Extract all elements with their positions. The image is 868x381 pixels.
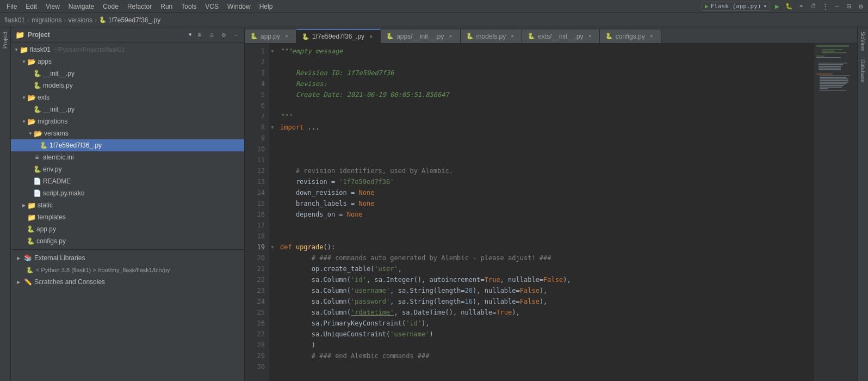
tab-exts-init[interactable]: 🐍 exts/__init__.py × <box>522 29 599 43</box>
line-num-14: 14 <box>245 187 269 198</box>
tab-close-models[interactable]: × <box>509 33 516 40</box>
menu-window[interactable]: Window <box>223 2 255 11</box>
fold-gutter: ▼ ▼ ▼ <box>269 44 276 381</box>
tab-close-migration[interactable]: × <box>367 33 375 40</box>
fold-spacer-18 <box>269 231 276 242</box>
tab-close-apps-init[interactable]: × <box>447 33 455 40</box>
menu-code[interactable]: Code <box>98 2 123 11</box>
tree-item-versions[interactable]: ▼ 📂 versions <box>11 127 244 139</box>
line-num-19: 19 <box>245 242 269 253</box>
fold-spacer-5 <box>269 89 276 100</box>
fold-spacer-17 <box>269 220 276 231</box>
menu-view[interactable]: View <box>41 2 64 11</box>
tree-item-alembic-ini[interactable]: ≡ alembic.ini <box>11 151 244 163</box>
tree-item-templates[interactable]: 📁 templates <box>11 211 244 223</box>
tree-item-exts-init[interactable]: 🐍 __init__.py <box>11 103 244 115</box>
top-right-toolbar: ▶ Flask (app.py) ▾ ▶ 🐛 ☂ ⏱ ⋮ — ⊡ ⚙ <box>702 2 866 11</box>
menu-refactor[interactable]: Refactor <box>123 2 156 11</box>
ini-icon: ≡ <box>33 153 41 162</box>
tree-label-exts: exts <box>38 94 49 101</box>
fold-marker-8[interactable]: ▼ <box>269 122 276 133</box>
menu-vcs[interactable]: VCS <box>201 2 223 11</box>
tree-item-env[interactable]: 🐍 env.py <box>11 163 244 175</box>
fold-marker-19[interactable]: ▼ <box>269 242 276 253</box>
tree-item-configs-py[interactable]: 🐍 configs.py <box>11 235 244 247</box>
hide-panel-icon[interactable]: — <box>231 30 240 39</box>
folder-icon-templates: 📁 <box>27 213 36 222</box>
line-num-6: 6 <box>245 100 269 111</box>
breadcrumb-sep2: › <box>64 16 66 24</box>
tab-configs[interactable]: 🐍 configs.py × <box>600 29 661 43</box>
tree-label-versions: versions <box>44 130 69 137</box>
breadcrumb-flask01[interactable]: flask01 <box>4 16 25 24</box>
restore-button[interactable]: ⊡ <box>844 2 854 11</box>
tree-item-exts[interactable]: ▼ 📂 exts <box>11 91 244 103</box>
fold-marker-1[interactable]: ▼ <box>269 46 276 57</box>
breadcrumb-migrations[interactable]: migrations <box>32 16 61 24</box>
settings-gear-icon[interactable]: ⚙ <box>219 30 228 39</box>
tree-label-templates: templates <box>38 213 66 221</box>
menu-help[interactable]: Help <box>255 2 277 11</box>
tab-close-exts-init[interactable]: × <box>586 33 594 40</box>
tree-label-env: env.py <box>43 165 61 173</box>
tab-models[interactable]: 🐍 models.py × <box>461 29 523 43</box>
tab-close-configs[interactable]: × <box>648 33 655 40</box>
separator <box>11 249 244 250</box>
tree-item-scratches[interactable]: ▶ ✏️ Scratches and Consoles <box>11 276 244 288</box>
fold-spacer-27 <box>269 329 276 340</box>
collapse-all-icon[interactable]: ≡ <box>207 30 216 39</box>
sciview-label[interactable]: SciView <box>859 27 867 55</box>
coverage-button[interactable]: ☂ <box>796 2 806 11</box>
tree-label-python: < Python 3.8 (flask1) > /root/my_flask/f… <box>36 267 170 273</box>
line-num-8: 8 <box>245 122 269 133</box>
tree-item-migration-file[interactable]: 🐍 1f7e59ed7f36_.py <box>11 139 244 151</box>
settings-button[interactable]: ⚙ <box>856 2 866 11</box>
tab-close-app-py[interactable]: × <box>283 33 290 40</box>
tree-item-static[interactable]: ▶ 📁 static <box>11 199 244 211</box>
tab-apps-init[interactable]: 🐍 apps/__init__.py × <box>381 29 460 43</box>
tree-item-flask01[interactable]: ▼ 📁 flask01 ~/PycharmProjects/flask01 <box>11 44 244 56</box>
code-line-30 <box>280 361 809 372</box>
breadcrumb-filename: 1f7e59ed7f36_.py <box>108 16 160 24</box>
tree-path-flask01: ~/PycharmProjects/flask01 <box>54 46 125 53</box>
debug-button[interactable]: 🐛 <box>784 2 794 11</box>
breadcrumb-file[interactable]: 🐍 1f7e59ed7f36_.py <box>99 16 160 24</box>
mako-icon: 📄 <box>33 189 41 198</box>
fold-spacer-24 <box>269 296 276 307</box>
tab-migration-file[interactable]: 🐍 1f7e59ed7f36_.py × <box>296 29 381 43</box>
tree-item-apps[interactable]: ▼ 📂 apps <box>11 56 244 67</box>
tree-item-migrations[interactable]: ▼ 📂 migrations <box>11 115 244 127</box>
code-line-4: Revises: <box>280 78 809 89</box>
fold-spacer-21 <box>269 263 276 274</box>
code-editor[interactable]: """empty message Revision ID: 1f7e59ed7f… <box>276 44 814 381</box>
tree-item-python-version[interactable]: 🐍 < Python 3.8 (flask1) > /root/my_flask… <box>11 264 244 276</box>
menu-edit[interactable]: Edit <box>21 2 41 11</box>
run-config-dropdown[interactable]: ▶ Flask (app.py) ▾ <box>702 2 770 11</box>
fold-spacer-30 <box>269 361 276 372</box>
locate-icon[interactable]: ⊕ <box>195 30 204 39</box>
profile-button[interactable]: ⏱ <box>808 2 818 11</box>
tab-app-py[interactable]: 🐍 app.py × <box>245 29 296 43</box>
line-num-30: 30 <box>245 361 269 372</box>
more-run-button[interactable]: ⋮ <box>820 2 830 11</box>
menu-navigate[interactable]: Navigate <box>64 2 98 11</box>
menu-run[interactable]: Run <box>156 2 177 11</box>
tree-item-external-libs[interactable]: ▶ 📚 External Libraries <box>11 252 244 264</box>
tree-item-apps-init[interactable]: 🐍 __init__.py <box>11 67 244 79</box>
database-label[interactable]: Database <box>859 55 867 87</box>
menu-tools[interactable]: Tools <box>177 2 201 11</box>
minimize-button[interactable]: — <box>832 2 842 11</box>
tree-item-readme[interactable]: 📄 README <box>11 175 244 187</box>
line-num-18: 18 <box>245 231 269 242</box>
tree-item-apps-models[interactable]: 🐍 models.py <box>11 79 244 91</box>
tree-label-migration: 1f7e59ed7f36_.py <box>49 142 102 149</box>
run-button[interactable]: ▶ <box>772 2 782 11</box>
tree-item-mako[interactable]: 📄 script.py.mako <box>11 187 244 199</box>
tree-item-app-py[interactable]: 🐍 app.py <box>11 223 244 235</box>
arrow-migrations: ▼ <box>21 118 27 125</box>
fold-spacer-6 <box>269 100 276 111</box>
project-strip-label[interactable]: Project <box>1 27 9 53</box>
breadcrumb-versions[interactable]: versions <box>68 16 92 24</box>
code-line-18 <box>280 231 809 242</box>
menu-file[interactable]: File <box>2 2 21 11</box>
